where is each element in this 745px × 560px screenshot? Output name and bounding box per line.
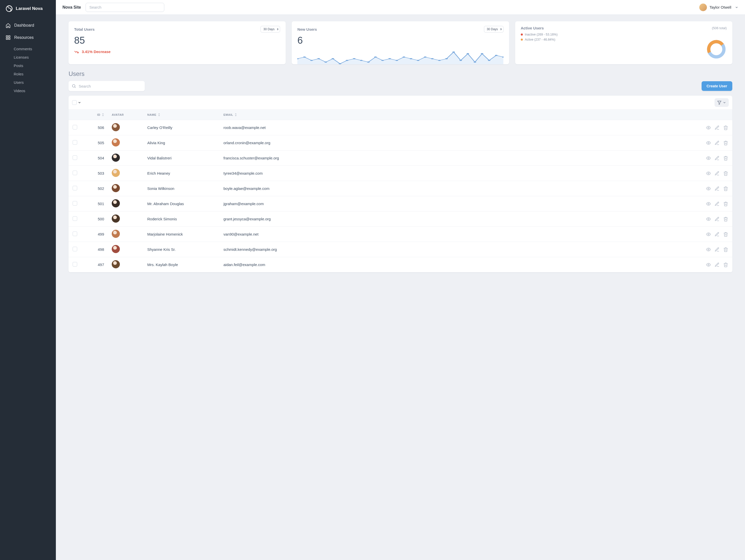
sidebar-item-posts[interactable]: Posts bbox=[14, 61, 56, 70]
svg-point-8 bbox=[317, 58, 320, 59]
sidebar-item-resources[interactable]: Resources bbox=[0, 31, 56, 44]
metric-range-select[interactable]: 30 Days bbox=[484, 26, 504, 32]
svg-point-44 bbox=[708, 188, 709, 189]
table-row: 505 Alivia King orland.cronin@example.or… bbox=[69, 135, 732, 151]
row-checkbox[interactable] bbox=[73, 186, 77, 190]
view-icon[interactable] bbox=[706, 140, 711, 145]
section-title: Users bbox=[69, 70, 732, 77]
row-checkbox[interactable] bbox=[73, 216, 77, 221]
sidebar-item-dashboard[interactable]: Dashboard bbox=[0, 19, 56, 31]
site-title: Nova Site bbox=[62, 5, 81, 10]
filter-button[interactable] bbox=[715, 98, 729, 107]
column-avatar: Avatar bbox=[112, 113, 147, 116]
delete-icon[interactable] bbox=[723, 156, 728, 161]
chevron-down-icon[interactable] bbox=[78, 101, 81, 104]
user-avatar bbox=[699, 4, 707, 11]
column-name[interactable]: Name bbox=[147, 113, 223, 116]
view-icon[interactable] bbox=[706, 201, 711, 206]
svg-point-43 bbox=[708, 173, 709, 174]
sidebar-item-videos[interactable]: Videos bbox=[14, 87, 56, 95]
view-icon[interactable] bbox=[706, 125, 711, 130]
svg-point-17 bbox=[381, 60, 384, 61]
sidebar-item-users[interactable]: Users bbox=[14, 78, 56, 87]
row-id: 502 bbox=[84, 186, 112, 191]
delete-icon[interactable] bbox=[723, 232, 728, 237]
row-email: aidan.feil@example.com bbox=[223, 262, 697, 267]
row-checkbox[interactable] bbox=[73, 140, 77, 145]
column-id[interactable]: ID bbox=[84, 113, 112, 116]
table-row: 498 Shyanne Kris Sr. schmidt.kennedy@exa… bbox=[69, 242, 732, 257]
delete-icon[interactable] bbox=[723, 262, 728, 267]
view-icon[interactable] bbox=[706, 217, 711, 222]
delete-icon[interactable] bbox=[723, 125, 728, 130]
svg-point-15 bbox=[367, 61, 370, 62]
view-icon[interactable] bbox=[706, 156, 711, 161]
legend-label: Active (237 - 46.84%) bbox=[525, 38, 555, 41]
select-all-checkbox[interactable] bbox=[72, 100, 77, 105]
view-icon[interactable] bbox=[706, 186, 711, 191]
list-search-input[interactable] bbox=[69, 81, 145, 91]
row-name: Sonia Wilkinson bbox=[147, 186, 223, 191]
svg-point-18 bbox=[388, 58, 391, 59]
avatar bbox=[112, 230, 120, 238]
metric-range-select[interactable]: 30 Days bbox=[261, 26, 280, 32]
avatar bbox=[112, 154, 120, 162]
sidebar-item-roles[interactable]: Roles bbox=[14, 70, 56, 78]
svg-point-12 bbox=[346, 60, 348, 61]
delete-icon[interactable] bbox=[723, 171, 728, 176]
delete-icon[interactable] bbox=[723, 201, 728, 206]
view-icon[interactable] bbox=[706, 247, 711, 252]
row-checkbox[interactable] bbox=[73, 232, 77, 236]
delete-icon[interactable] bbox=[723, 140, 728, 145]
delete-icon[interactable] bbox=[723, 247, 728, 252]
table-row: 500 Roderick Simonis grant.jessyca@examp… bbox=[69, 211, 732, 227]
legend-label: Inactive (269 - 53.16%) bbox=[525, 33, 558, 36]
row-checkbox[interactable] bbox=[73, 155, 77, 160]
row-checkbox[interactable] bbox=[73, 262, 77, 267]
view-icon[interactable] bbox=[706, 262, 711, 267]
svg-rect-2 bbox=[9, 36, 10, 37]
global-search-input[interactable] bbox=[86, 3, 164, 12]
svg-point-10 bbox=[332, 58, 334, 59]
table-header: ID Avatar Name Email bbox=[69, 109, 732, 120]
avatar bbox=[112, 215, 120, 223]
sidebar: Laravel Nova Dashboard Resources Comment… bbox=[0, 0, 56, 560]
delete-icon[interactable] bbox=[723, 217, 728, 222]
edit-icon[interactable] bbox=[715, 247, 720, 252]
svg-rect-1 bbox=[6, 36, 8, 37]
user-menu[interactable]: Taylor Otwell bbox=[699, 4, 738, 11]
svg-point-6 bbox=[303, 57, 306, 58]
row-checkbox[interactable] bbox=[73, 247, 77, 251]
row-id: 503 bbox=[84, 171, 112, 175]
view-icon[interactable] bbox=[706, 171, 711, 176]
row-email: orland.cronin@example.org bbox=[223, 141, 697, 145]
create-user-button[interactable]: Create User bbox=[702, 81, 732, 91]
row-checkbox[interactable] bbox=[73, 171, 77, 175]
grid-icon bbox=[6, 35, 11, 40]
edit-icon[interactable] bbox=[715, 156, 720, 161]
svg-point-23 bbox=[424, 57, 427, 58]
svg-point-37 bbox=[72, 85, 75, 87]
brand[interactable]: Laravel Nova bbox=[0, 0, 56, 17]
sidebar-item-comments[interactable]: Comments bbox=[14, 45, 56, 53]
edit-icon[interactable] bbox=[715, 125, 720, 130]
table-row: 504 Vidal Balistreri francisca.schuster@… bbox=[69, 151, 732, 166]
row-checkbox[interactable] bbox=[73, 201, 77, 206]
row-email: tyree34@example.com bbox=[223, 171, 697, 175]
edit-icon[interactable] bbox=[715, 217, 720, 222]
edit-icon[interactable] bbox=[715, 232, 720, 237]
avatar bbox=[112, 260, 120, 268]
row-checkbox[interactable] bbox=[73, 125, 77, 129]
legend-dot-inactive bbox=[521, 34, 523, 36]
sidebar-item-licenses[interactable]: Licenses bbox=[14, 53, 56, 61]
edit-icon[interactable] bbox=[715, 262, 720, 267]
column-email[interactable]: Email bbox=[223, 113, 697, 116]
edit-icon[interactable] bbox=[715, 140, 720, 145]
edit-icon[interactable] bbox=[715, 186, 720, 191]
list-search bbox=[69, 81, 145, 91]
delete-icon[interactable] bbox=[723, 186, 728, 191]
edit-icon[interactable] bbox=[715, 171, 720, 176]
metric-value: 6 bbox=[297, 35, 503, 46]
edit-icon[interactable] bbox=[715, 201, 720, 206]
view-icon[interactable] bbox=[706, 232, 711, 237]
